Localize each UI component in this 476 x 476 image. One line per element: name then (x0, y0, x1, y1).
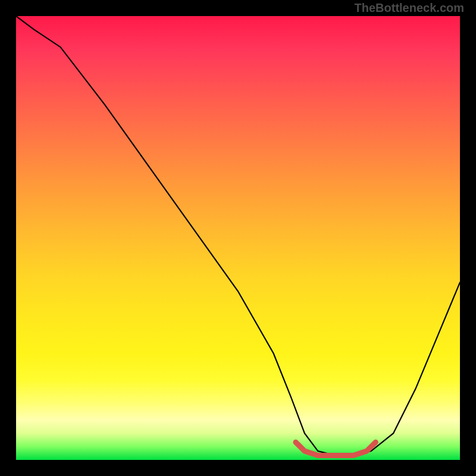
plot-area (16, 16, 460, 460)
chart-svg (16, 16, 460, 460)
optimal-marker-path (296, 442, 375, 455)
bottleneck-curve-path (16, 16, 460, 456)
attribution-text: TheBottleneck.com (355, 1, 464, 15)
